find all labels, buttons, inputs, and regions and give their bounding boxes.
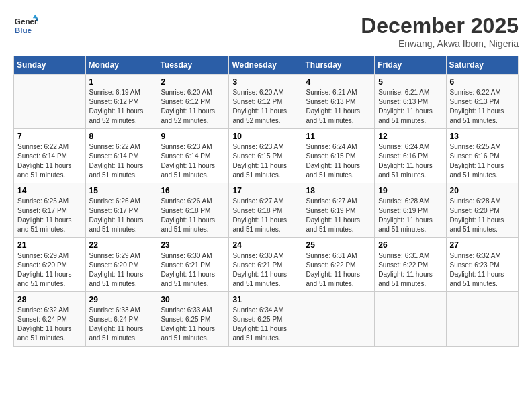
calendar-cell: 26Sunrise: 6:31 AM Sunset: 6:22 PM Dayli…: [375, 238, 446, 292]
day-number: 21: [17, 240, 82, 250]
day-number: 20: [450, 186, 515, 195]
calendar-cell: 4Sunrise: 6:21 AM Sunset: 6:13 PM Daylig…: [302, 75, 375, 129]
calendar-cell: 25Sunrise: 6:31 AM Sunset: 6:22 PM Dayli…: [302, 238, 375, 292]
day-number: 13: [450, 132, 515, 141]
calendar-cell: 20Sunrise: 6:28 AM Sunset: 6:20 PM Dayli…: [446, 183, 518, 238]
day-number: 15: [89, 186, 154, 195]
day-info: Sunrise: 6:21 AM Sunset: 6:13 PM Dayligh…: [378, 88, 442, 126]
day-info: Sunrise: 6:31 AM Sunset: 6:22 PM Dayligh…: [306, 251, 371, 289]
day-info: Sunrise: 6:23 AM Sunset: 6:15 PM Dayligh…: [232, 142, 298, 180]
day-info: Sunrise: 6:34 AM Sunset: 6:25 PM Dayligh…: [232, 306, 298, 343]
day-number: 18: [306, 186, 371, 195]
day-info: Sunrise: 6:32 AM Sunset: 6:24 PM Dayligh…: [17, 306, 82, 343]
day-number: 8: [89, 132, 154, 141]
day-number: 12: [378, 132, 442, 141]
calendar-cell: 3Sunrise: 6:20 AM Sunset: 6:12 PM Daylig…: [229, 75, 302, 129]
calendar-cell: 21Sunrise: 6:29 AM Sunset: 6:20 PM Dayli…: [14, 238, 86, 292]
day-number: 11: [306, 132, 371, 141]
calendar-cell: [14, 75, 86, 129]
calendar-cell: 11Sunrise: 6:24 AM Sunset: 6:15 PM Dayli…: [302, 129, 375, 183]
day-info: Sunrise: 6:20 AM Sunset: 6:12 PM Dayligh…: [232, 88, 298, 126]
day-info: Sunrise: 6:30 AM Sunset: 6:21 PM Dayligh…: [161, 251, 225, 289]
day-number: 9: [161, 132, 225, 141]
calendar-cell: 9Sunrise: 6:23 AM Sunset: 6:14 PM Daylig…: [157, 129, 229, 183]
calendar-cell: 2Sunrise: 6:20 AM Sunset: 6:12 PM Daylig…: [157, 75, 229, 129]
day-info: Sunrise: 6:32 AM Sunset: 6:23 PM Dayligh…: [450, 251, 515, 289]
day-info: Sunrise: 6:26 AM Sunset: 6:18 PM Dayligh…: [161, 197, 225, 234]
day-info: Sunrise: 6:22 AM Sunset: 6:14 PM Dayligh…: [89, 142, 154, 180]
page-header: General Blue December 2025 Enwang, Akwa …: [13, 13, 519, 49]
day-number: 23: [161, 240, 225, 250]
calendar-cell: 19Sunrise: 6:28 AM Sunset: 6:19 PM Dayli…: [375, 183, 446, 238]
day-info: Sunrise: 6:26 AM Sunset: 6:17 PM Dayligh…: [89, 197, 154, 234]
day-header-tuesday: Tuesday: [157, 56, 229, 75]
calendar-cell: 23Sunrise: 6:30 AM Sunset: 6:21 PM Dayli…: [157, 238, 229, 292]
day-info: Sunrise: 6:24 AM Sunset: 6:15 PM Dayligh…: [306, 142, 371, 180]
logo: General Blue: [13, 13, 38, 38]
day-header-sunday: Sunday: [14, 56, 86, 75]
calendar-cell: [375, 292, 446, 347]
calendar-cell: 12Sunrise: 6:24 AM Sunset: 6:16 PM Dayli…: [375, 129, 446, 183]
day-number: 27: [450, 240, 515, 250]
calendar-cell: 5Sunrise: 6:21 AM Sunset: 6:13 PM Daylig…: [375, 75, 446, 129]
calendar-table: SundayMondayTuesdayWednesdayThursdayFrid…: [13, 56, 519, 347]
calendar-week-4: 21Sunrise: 6:29 AM Sunset: 6:20 PM Dayli…: [14, 238, 519, 292]
day-number: 10: [232, 132, 298, 141]
calendar-cell: 17Sunrise: 6:27 AM Sunset: 6:18 PM Dayli…: [229, 183, 302, 238]
calendar-cell: 30Sunrise: 6:33 AM Sunset: 6:25 PM Dayli…: [157, 292, 229, 347]
day-info: Sunrise: 6:30 AM Sunset: 6:21 PM Dayligh…: [232, 251, 298, 289]
day-info: Sunrise: 6:28 AM Sunset: 6:20 PM Dayligh…: [450, 197, 515, 234]
day-header-wednesday: Wednesday: [229, 56, 302, 75]
svg-text:Blue: Blue: [15, 26, 32, 34]
day-number: 30: [161, 295, 225, 304]
calendar-cell: 15Sunrise: 6:26 AM Sunset: 6:17 PM Dayli…: [85, 183, 157, 238]
day-number: 7: [17, 132, 82, 141]
location-subtitle: Enwang, Akwa Ibom, Nigeria: [361, 38, 519, 49]
calendar-cell: 29Sunrise: 6:33 AM Sunset: 6:24 PM Dayli…: [85, 292, 157, 347]
day-info: Sunrise: 6:33 AM Sunset: 6:25 PM Dayligh…: [161, 306, 225, 343]
day-number: 31: [232, 295, 298, 304]
day-info: Sunrise: 6:29 AM Sunset: 6:20 PM Dayligh…: [89, 251, 154, 289]
calendar-cell: 13Sunrise: 6:25 AM Sunset: 6:16 PM Dayli…: [446, 129, 518, 183]
day-info: Sunrise: 6:33 AM Sunset: 6:24 PM Dayligh…: [89, 306, 154, 343]
calendar-week-1: 1Sunrise: 6:19 AM Sunset: 6:12 PM Daylig…: [14, 75, 519, 129]
calendar-cell: 7Sunrise: 6:22 AM Sunset: 6:14 PM Daylig…: [14, 129, 86, 183]
day-number: 1: [89, 77, 154, 87]
calendar-cell: 22Sunrise: 6:29 AM Sunset: 6:20 PM Dayli…: [85, 238, 157, 292]
day-header-saturday: Saturday: [446, 56, 518, 75]
day-header-monday: Monday: [85, 56, 157, 75]
day-info: Sunrise: 6:20 AM Sunset: 6:12 PM Dayligh…: [161, 88, 225, 126]
calendar-week-2: 7Sunrise: 6:22 AM Sunset: 6:14 PM Daylig…: [14, 129, 519, 183]
day-info: Sunrise: 6:25 AM Sunset: 6:16 PM Dayligh…: [450, 142, 515, 180]
day-number: 28: [17, 295, 82, 304]
calendar-week-3: 14Sunrise: 6:25 AM Sunset: 6:17 PM Dayli…: [14, 183, 519, 238]
day-info: Sunrise: 6:24 AM Sunset: 6:16 PM Dayligh…: [378, 142, 442, 180]
calendar-cell: 6Sunrise: 6:22 AM Sunset: 6:13 PM Daylig…: [446, 75, 518, 129]
day-info: Sunrise: 6:23 AM Sunset: 6:14 PM Dayligh…: [161, 142, 225, 180]
calendar-cell: 31Sunrise: 6:34 AM Sunset: 6:25 PM Dayli…: [229, 292, 302, 347]
day-number: 2: [161, 77, 225, 87]
calendar-header-row: SundayMondayTuesdayWednesdayThursdayFrid…: [14, 56, 519, 75]
logo-icon: General Blue: [13, 13, 38, 38]
calendar-cell: 28Sunrise: 6:32 AM Sunset: 6:24 PM Dayli…: [14, 292, 86, 347]
day-header-thursday: Thursday: [302, 56, 375, 75]
day-number: 29: [89, 295, 154, 304]
calendar-cell: 18Sunrise: 6:27 AM Sunset: 6:19 PM Dayli…: [302, 183, 375, 238]
day-number: 24: [232, 240, 298, 250]
day-number: 17: [232, 186, 298, 195]
title-block: December 2025 Enwang, Akwa Ibom, Nigeria: [361, 13, 519, 49]
calendar-cell: [302, 292, 375, 347]
calendar-cell: 14Sunrise: 6:25 AM Sunset: 6:17 PM Dayli…: [14, 183, 86, 238]
calendar-cell: 24Sunrise: 6:30 AM Sunset: 6:21 PM Dayli…: [229, 238, 302, 292]
day-info: Sunrise: 6:21 AM Sunset: 6:13 PM Dayligh…: [306, 88, 371, 126]
day-info: Sunrise: 6:29 AM Sunset: 6:20 PM Dayligh…: [17, 251, 82, 289]
day-number: 3: [232, 77, 298, 87]
day-number: 19: [378, 186, 442, 195]
day-info: Sunrise: 6:27 AM Sunset: 6:19 PM Dayligh…: [306, 197, 371, 234]
month-title: December 2025: [361, 13, 519, 38]
day-number: 22: [89, 240, 154, 250]
day-number: 6: [450, 77, 515, 87]
day-info: Sunrise: 6:22 AM Sunset: 6:13 PM Dayligh…: [450, 88, 515, 126]
day-info: Sunrise: 6:25 AM Sunset: 6:17 PM Dayligh…: [17, 197, 82, 234]
calendar-cell: 1Sunrise: 6:19 AM Sunset: 6:12 PM Daylig…: [85, 75, 157, 129]
